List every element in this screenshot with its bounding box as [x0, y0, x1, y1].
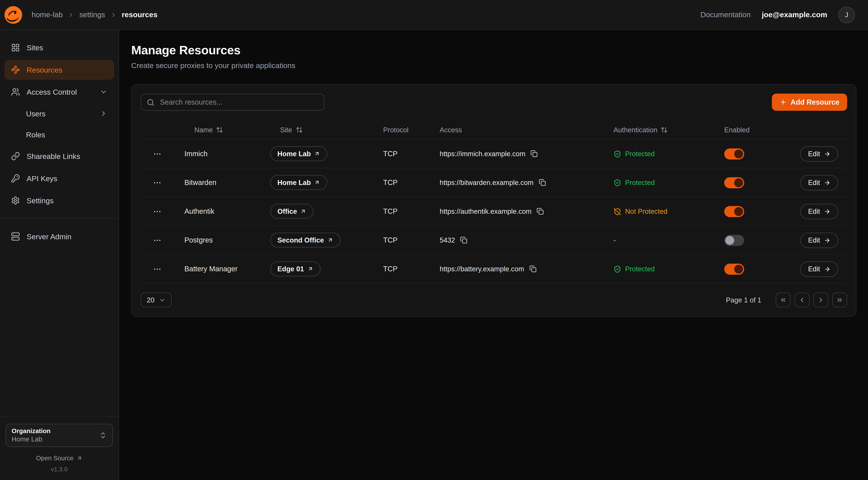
edit-button[interactable]: Edit	[800, 146, 838, 161]
external-link-icon	[327, 237, 334, 243]
ellipsis-icon	[153, 236, 162, 244]
sidebar-item-server-admin[interactable]: Server Admin	[4, 227, 114, 246]
row-menu-button[interactable]	[153, 149, 162, 158]
sidebar-item-label: Roles	[26, 130, 45, 139]
ellipsis-icon	[153, 149, 162, 158]
page-subtitle: Create secure proxies to your private ap…	[131, 61, 857, 70]
last-page-button[interactable]	[832, 293, 847, 307]
page-size-select[interactable]: 20	[141, 293, 172, 307]
sidebar-item-shareable-links[interactable]: Shareable Links	[4, 146, 114, 166]
sidebar-item-settings[interactable]: Settings	[4, 190, 114, 210]
app-logo-icon[interactable]	[4, 6, 22, 24]
ellipsis-icon	[153, 264, 162, 273]
access-url: https://battery.example.com	[440, 265, 524, 273]
users-icon	[11, 87, 20, 96]
authentication-status: Protected	[605, 150, 716, 158]
site-link-button[interactable]: Home Lab	[270, 146, 328, 161]
access-url: https://authentik.example.com	[440, 207, 532, 215]
table-row: Battery Manager Edge 01 TCP https://batt…	[141, 255, 847, 283]
arrow-right-icon	[824, 237, 831, 243]
chevron-right-icon	[100, 110, 107, 117]
sort-site-button[interactable]: Site	[280, 126, 303, 134]
table-row: Bitwarden Home Lab TCP https://bitwarden…	[141, 168, 847, 197]
sites-grid-icon	[11, 43, 20, 52]
site-link-button[interactable]: Home Lab	[270, 175, 328, 190]
edit-button[interactable]: Edit	[800, 204, 838, 219]
sort-icon	[661, 126, 668, 133]
row-menu-button[interactable]	[153, 207, 162, 216]
arrow-right-icon	[824, 150, 831, 157]
site-link-button[interactable]: Office	[270, 204, 314, 219]
chevrons-right-icon	[836, 296, 843, 303]
toggle-knob	[734, 264, 743, 273]
organization-selector[interactable]: Organization Home Lab	[6, 424, 113, 447]
app-root: home-lab settings resources Documentatio…	[0, 0, 868, 480]
edit-button[interactable]: Edit	[800, 261, 838, 277]
sort-authentication-button[interactable]: Authentication	[613, 126, 668, 134]
enabled-toggle[interactable]	[724, 177, 744, 188]
copy-icon[interactable]	[530, 150, 537, 157]
site-link-button[interactable]: Second Office	[270, 233, 341, 248]
row-menu-button[interactable]	[153, 264, 162, 273]
ellipsis-icon	[153, 207, 162, 216]
enabled-toggle[interactable]	[724, 206, 744, 217]
sidebar-item-roles[interactable]: Roles	[4, 125, 114, 144]
shield-check-icon	[613, 179, 621, 186]
row-menu-button[interactable]	[153, 178, 162, 187]
breadcrumb-org[interactable]: home-lab	[31, 10, 63, 19]
open-source-link[interactable]: Open Source	[6, 455, 113, 461]
resource-protocol: TCP	[375, 150, 431, 158]
site-link-button[interactable]: Edge 01	[270, 261, 320, 276]
resource-name: Immich	[176, 150, 262, 158]
breadcrumb-settings[interactable]: settings	[79, 10, 105, 19]
documentation-link[interactable]: Documentation	[701, 10, 751, 19]
sidebar-item-label: Shareable Links	[27, 152, 80, 160]
chevron-right-icon	[817, 296, 825, 303]
arrow-right-icon	[824, 179, 831, 186]
search-input[interactable]	[159, 97, 318, 107]
copy-icon[interactable]	[460, 237, 467, 244]
resource-protocol: TCP	[375, 236, 431, 244]
chevron-left-icon	[799, 296, 806, 303]
enabled-column-header: Enabled	[716, 126, 793, 134]
resource-name: Authentik	[176, 207, 262, 215]
previous-page-button[interactable]	[795, 293, 810, 307]
next-page-button[interactable]	[813, 293, 828, 307]
organization-name: Home Lab	[11, 435, 51, 443]
edit-button[interactable]: Edit	[800, 232, 838, 248]
resource-name: Postgres	[176, 236, 262, 244]
table-row: Authentik Office TCP https://authentik.e…	[141, 197, 847, 226]
copy-icon[interactable]	[538, 179, 546, 186]
chevrons-left-icon	[779, 296, 787, 303]
resources-toolbar: Add Resource	[141, 94, 847, 111]
toggle-knob	[734, 149, 743, 158]
enabled-toggle[interactable]	[724, 263, 744, 274]
app-version: v1.3.0	[6, 466, 113, 472]
sidebar-item-sites[interactable]: Sites	[4, 38, 114, 58]
first-page-button[interactable]	[776, 293, 791, 307]
arrow-right-icon	[824, 208, 831, 215]
server-icon	[11, 232, 20, 241]
resource-protocol: TCP	[375, 207, 431, 215]
page-size-value: 20	[147, 296, 155, 304]
page-title: Manage Resources	[131, 43, 857, 58]
chevron-down-icon	[100, 88, 107, 96]
access-url: https://immich.example.com	[440, 150, 525, 158]
add-resource-button[interactable]: Add Resource	[772, 94, 847, 111]
enabled-toggle[interactable]	[724, 235, 744, 246]
avatar[interactable]: J	[838, 6, 855, 23]
copy-icon[interactable]	[536, 208, 544, 215]
sort-name-button[interactable]: Name	[194, 126, 223, 134]
sort-icon	[296, 126, 303, 133]
sidebar-item-access-control[interactable]: Access Control	[4, 82, 114, 102]
sidebar-item-resources[interactable]: Resources	[4, 60, 114, 80]
copy-icon[interactable]	[529, 265, 536, 273]
edit-button[interactable]: Edit	[800, 175, 838, 190]
external-link-icon	[300, 208, 307, 214]
sidebar-item-label: Server Admin	[27, 232, 71, 241]
enabled-toggle[interactable]	[724, 148, 744, 159]
organization-label: Organization	[11, 427, 51, 434]
sidebar-item-api-keys[interactable]: API Keys	[4, 168, 114, 188]
sidebar-item-users[interactable]: Users	[4, 104, 114, 123]
row-menu-button[interactable]	[153, 236, 162, 244]
